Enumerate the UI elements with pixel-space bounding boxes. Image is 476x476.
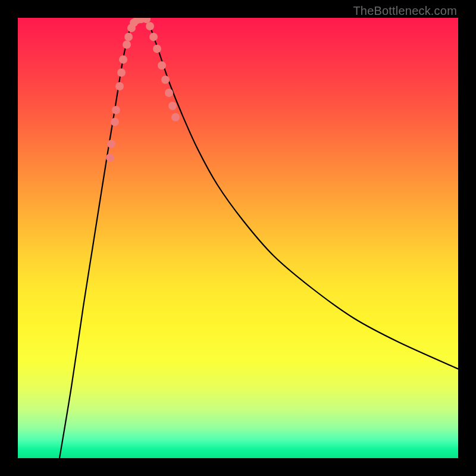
- marker-left-markers: [123, 40, 131, 49]
- marker-right-markers: [168, 102, 177, 110]
- marker-right-markers: [165, 89, 173, 97]
- marker-right-markers: [171, 113, 180, 121]
- marker-left-markers: [112, 106, 120, 114]
- plot-area: [18, 18, 458, 458]
- marker-right-markers: [146, 22, 154, 30]
- curve-group: [60, 18, 458, 458]
- marker-left-markers: [107, 140, 115, 148]
- chart-svg: [18, 18, 458, 458]
- curve-right-branch: [148, 19, 458, 369]
- marker-left-markers: [117, 68, 126, 77]
- marker-right-markers: [161, 76, 170, 84]
- marker-right-markers: [158, 61, 166, 70]
- curve-left-branch: [60, 19, 136, 458]
- chart-frame: TheBottleneck.com: [0, 0, 476, 476]
- marker-right-markers: [153, 45, 161, 53]
- marker-left-markers: [106, 154, 114, 162]
- marker-left-markers: [124, 33, 133, 41]
- marker-left-markers: [111, 118, 119, 126]
- marker-left-markers: [115, 82, 124, 90]
- marker-left-markers: [119, 55, 127, 64]
- watermark-label: TheBottleneck.com: [353, 4, 457, 18]
- marker-right-markers: [149, 33, 158, 41]
